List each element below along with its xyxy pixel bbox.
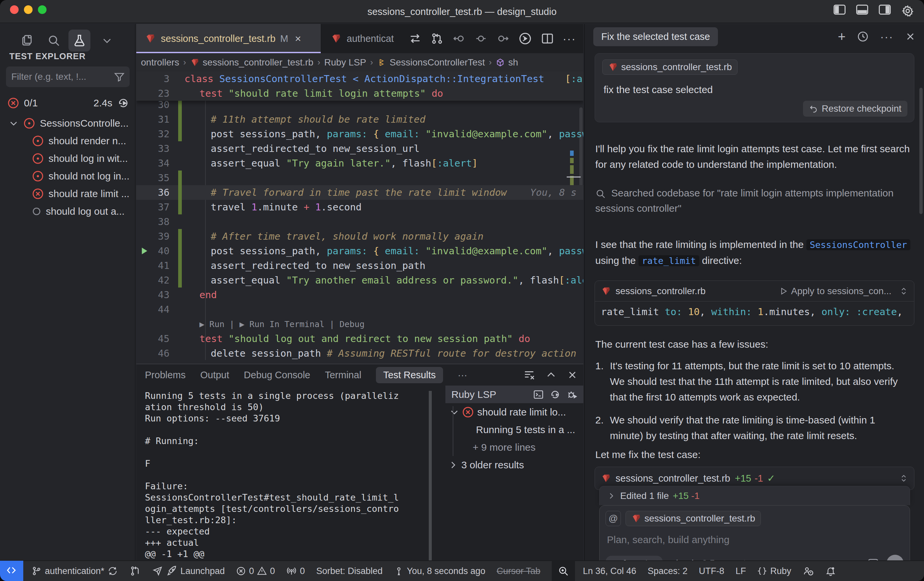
panel-tab-debug-console[interactable]: Debug Console (244, 370, 310, 381)
pair-session-item[interactable] (803, 565, 814, 577)
settings-gear-icon[interactable] (901, 5, 914, 17)
code-line[interactable]: 32post sessions_path, params: { email: "… (136, 127, 583, 141)
code-line[interactable]: 40post sessions_path, params: { email: "… (136, 244, 583, 258)
results-row-older[interactable]: 3 older results (446, 456, 583, 474)
panel-tab-terminal[interactable]: Terminal (325, 370, 361, 381)
run-test-play-icon[interactable] (139, 246, 149, 256)
funnel-icon[interactable] (114, 71, 125, 83)
launchpad-item[interactable]: Launchpad (152, 565, 225, 577)
remote-indicator[interactable] (0, 561, 23, 581)
output-scrollbar[interactable] (429, 391, 432, 577)
blame-item[interactable]: You, 8 seconds ago (394, 566, 485, 576)
chat-tab-title[interactable]: Fix the selected test case (593, 27, 718, 46)
panel-tab-test-results[interactable]: Test Results (376, 367, 443, 383)
attach-image-icon[interactable] (867, 558, 879, 560)
nav-forward-icon[interactable] (496, 32, 510, 45)
agent-mode-selector[interactable]: ∞ Agent ⌃ (606, 556, 663, 560)
panel-tab-output[interactable]: Output (200, 370, 229, 381)
expand-updown-icon[interactable] (899, 474, 908, 483)
codelens-row[interactable]: ▶ Run | ▶ Run In Terminal | Debug (136, 317, 583, 332)
test-output[interactable]: Running 5 tests in a single process (par… (145, 390, 431, 560)
run-circle-icon[interactable] (518, 31, 532, 46)
new-chat-plus-icon[interactable]: + (838, 29, 846, 44)
notifications-item[interactable] (825, 566, 836, 576)
code-line[interactable]: 47assert_redirected_to new_session_path (136, 361, 583, 364)
code-line[interactable]: 33assert_redirected_to new_session_url (136, 141, 583, 156)
model-selector[interactable]: claude-3.5-sonnet ⌃ (672, 558, 754, 560)
code-line[interactable]: 44 (136, 302, 583, 317)
context-file-chip[interactable]: sessions_controller_test.rb (625, 511, 761, 526)
tab-authentication[interactable]: authenticat (322, 24, 415, 53)
code-line[interactable]: 39# After time travel, should work norma… (136, 229, 583, 244)
maximize-panel-icon[interactable] (545, 369, 557, 381)
test-tree-item[interactable]: should log out a... (0, 202, 135, 220)
code-line[interactable]: 31# 11th attempt should be rate limited (136, 112, 583, 127)
breadcrumb-item[interactable]: sh (508, 57, 518, 68)
layout-panel-icon[interactable] (856, 5, 868, 15)
code-area[interactable]: 3031# 11th attempt should be rate limite… (136, 97, 583, 364)
swap-arrows-icon[interactable] (409, 32, 422, 45)
layout-sidebar-right-icon[interactable] (879, 5, 891, 15)
history-icon[interactable] (857, 31, 869, 43)
send-button[interactable]: ↑ (886, 555, 904, 560)
searched-codebase-row[interactable]: Searched codebase for "rate limit login … (595, 185, 911, 216)
pull-request-icon[interactable] (431, 32, 444, 45)
edited-files-summary[interactable]: Edited 1 file +15 -1 (599, 486, 910, 505)
problems-item[interactable]: 0 0 (236, 566, 275, 576)
breadcrumb-item[interactable]: sessions_controller_test.rb (203, 57, 314, 68)
search-icon[interactable] (44, 31, 64, 51)
cursor-position[interactable]: Ln 36, Col 46 (583, 566, 637, 576)
rerun-icon[interactable] (117, 97, 130, 109)
indentation[interactable]: Spaces: 2 (647, 566, 687, 576)
encoding[interactable]: UTF-8 (699, 566, 724, 576)
sorbet-status[interactable]: Sorbet: Disabled (316, 566, 383, 576)
git-branch-item[interactable]: authentication* (31, 566, 118, 576)
code-card-code[interactable]: rate_limit to: 10, within: 1.minutes, on… (595, 302, 914, 322)
git-graph-item[interactable] (129, 565, 140, 577)
breadcrumb-item[interactable]: SessionsControllerTest (389, 57, 485, 68)
chat-composer[interactable]: @ sessions_controller_test.rb ∞ Agent ⌃ … (599, 505, 910, 560)
clear-output-icon[interactable] (523, 369, 535, 381)
code-line[interactable]: 36# Travel forward in time past the rate… (136, 185, 583, 200)
more-actions-icon[interactable]: ··· (563, 32, 576, 45)
file-chip[interactable]: sessions_controller_test.rb (602, 59, 738, 75)
code-line[interactable]: 41assert_redirected_to new_session_path (136, 258, 583, 273)
results-row-plain[interactable]: Running 5 tests in a ... (446, 421, 583, 438)
test-tree-item[interactable]: should log in wit... (0, 150, 135, 167)
results-row-fail[interactable]: should rate limit lo... (446, 403, 583, 421)
close-tab-icon[interactable]: × (295, 33, 301, 45)
code-line[interactable]: 46delete session_path # Assuming RESTful… (136, 346, 583, 361)
chevron-down-icon[interactable] (97, 31, 117, 51)
results-row-more[interactable]: + 9 more lines (446, 438, 583, 456)
nav-back-icon[interactable] (452, 32, 466, 45)
copy-pages-icon[interactable] (17, 31, 37, 51)
tab-sessions-controller-test[interactable]: sessions_controller_test.rb M × (136, 24, 322, 53)
language-mode[interactable]: Ruby (757, 566, 791, 576)
ports-item[interactable]: 0 (286, 566, 305, 576)
test-tree-item[interactable]: SessionsControlle... (0, 114, 135, 132)
cursor-tab-item[interactable]: Cursor Tab (497, 566, 540, 576)
chat-scrollbar[interactable] (919, 88, 923, 214)
zoom-indicator[interactable] (552, 561, 575, 581)
mention-button[interactable]: @ (606, 511, 621, 526)
test-tree-item[interactable]: should render n... (0, 132, 135, 150)
eol[interactable]: LF (736, 566, 746, 576)
apply-button[interactable]: Apply to sessions_con... (779, 286, 908, 297)
expand-updown-icon[interactable] (899, 287, 908, 295)
code-line[interactable]: 35 (136, 170, 583, 185)
layout-sidebar-left-icon[interactable] (833, 5, 846, 15)
beaker-icon[interactable] (68, 30, 91, 51)
panel-tab-problems[interactable]: Problems (145, 370, 186, 381)
split-editor-icon[interactable] (541, 32, 554, 45)
breadcrumb-item[interactable]: Ruby LSP (324, 57, 366, 68)
code-line[interactable]: 38 (136, 215, 583, 229)
test-tree-item[interactable]: should rate limit ... (0, 185, 135, 202)
chat-more-icon[interactable]: ··· (880, 30, 893, 43)
close-chat-icon[interactable] (905, 31, 916, 42)
panel-tabs-overflow-icon[interactable]: ··· (458, 370, 467, 381)
code-line[interactable]: 45test "should log out and redirect to n… (136, 332, 583, 346)
test-tree-item[interactable]: should not log in... (0, 167, 135, 185)
breadcrumb-item[interactable]: ontrollers (141, 57, 179, 68)
results-header-row[interactable]: Ruby LSP (446, 386, 583, 403)
chat-input[interactable] (606, 533, 839, 546)
